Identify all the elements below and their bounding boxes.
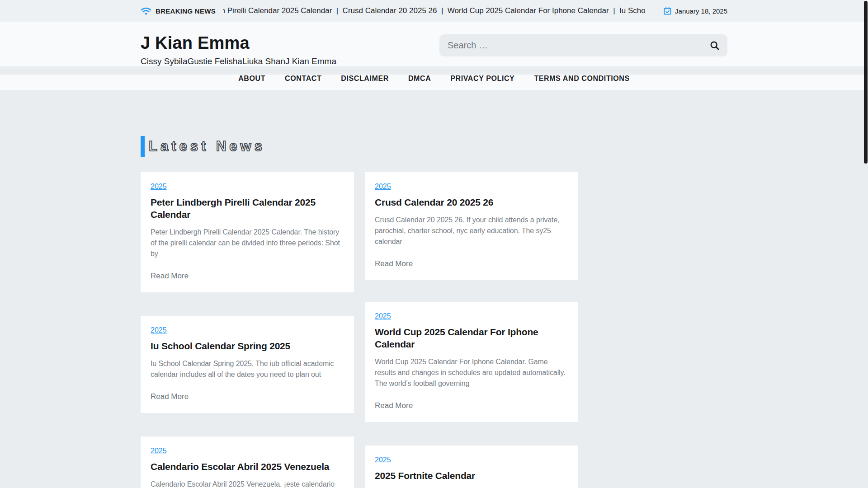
site-branding: J Kian Emma Cissy SybilaGustie FelishaLi… bbox=[141, 33, 336, 66]
main-content: Latest News 2025 Peter Lindbergh Pirelli… bbox=[0, 90, 868, 488]
post-category-link[interactable]: 2025 bbox=[151, 326, 167, 334]
post-category-link[interactable]: 2025 bbox=[151, 447, 167, 455]
site-header: J Kian Emma Cissy SybilaGustie FelishaLi… bbox=[0, 22, 868, 66]
post-title-link[interactable]: Calendario Escolar Abril 2025 Venezuela bbox=[151, 461, 344, 473]
news-ticker[interactable]: Peter Lindbergh Pirelli Calendar 2025 Ca… bbox=[223, 6, 645, 15]
ticker-text: Peter Lindbergh Pirelli Calendar 2025 Ca… bbox=[223, 6, 645, 15]
search-button[interactable] bbox=[706, 34, 724, 56]
post-card: 2025 Crusd Calendar 20 2025 26 Crusd Cal… bbox=[365, 172, 578, 280]
post-grid: 2025 Peter Lindbergh Pirelli Calendar 20… bbox=[141, 172, 727, 488]
post-excerpt: Calendario Escolar Abril 2025 Venezuela.… bbox=[151, 479, 344, 488]
nav-item-contact[interactable]: CONTACT bbox=[285, 75, 321, 83]
post-card: 2025 World Cup 2025 Calendar For Iphone … bbox=[365, 302, 578, 422]
calendar-check-icon bbox=[663, 7, 672, 15]
latest-news-heading: Latest News bbox=[141, 136, 727, 157]
post-title-link[interactable]: World Cup 2025 Calendar For Iphone Calen… bbox=[375, 326, 568, 351]
post-title-link[interactable]: 2025 Fortnite Calendar bbox=[375, 470, 568, 482]
post-title-link[interactable]: Crusd Calendar 20 2025 26 bbox=[375, 197, 568, 209]
nav-item-terms-and-conditions[interactable]: TERMS AND CONDITIONS bbox=[534, 75, 629, 83]
post-excerpt: World Cup 2025 Calendar For Iphone Calen… bbox=[375, 357, 568, 389]
post-excerpt: Crusd Calendar 20 2025 26. If your child… bbox=[375, 215, 568, 247]
accent-bar bbox=[141, 136, 145, 157]
post-category-link[interactable]: 2025 bbox=[151, 183, 167, 190]
scrollbar[interactable] bbox=[864, 1, 868, 164]
post-card: 2025 Calendario Escolar Abril 2025 Venez… bbox=[141, 436, 354, 488]
site-title[interactable]: J Kian Emma bbox=[141, 33, 336, 53]
breaking-news-label: BREAKING NEWS bbox=[156, 7, 216, 15]
post-category-link[interactable]: 2025 bbox=[375, 312, 391, 320]
post-excerpt: Peter Lindbergh Pirelli Calendar 2025 Ca… bbox=[151, 227, 344, 259]
read-more-link[interactable]: Read More bbox=[151, 272, 189, 281]
post-card: 2025 2025 Fortnite Calendar 2025 Fortnit… bbox=[365, 446, 578, 488]
post-column-right: 2025 Crusd Calendar 20 2025 26 Crusd Cal… bbox=[365, 172, 578, 488]
post-category-link[interactable]: 2025 bbox=[375, 183, 391, 190]
nav-item-dmca[interactable]: DMCA bbox=[408, 75, 431, 83]
date-display: January 18, 2025 bbox=[663, 7, 727, 15]
read-more-link[interactable]: Read More bbox=[375, 401, 413, 410]
post-card: 2025 Iu School Calendar Spring 2025 Iu S… bbox=[141, 316, 354, 413]
post-category-link[interactable]: 2025 bbox=[375, 456, 391, 464]
search-icon bbox=[710, 41, 720, 51]
nav-item-privacy-policy[interactable]: PRIVACY POLICY bbox=[450, 75, 514, 83]
current-date: January 18, 2025 bbox=[675, 7, 727, 15]
post-title-link[interactable]: Iu School Calendar Spring 2025 bbox=[151, 340, 344, 352]
section-title: Latest News bbox=[145, 136, 265, 157]
post-card: 2025 Peter Lindbergh Pirelli Calendar 20… bbox=[141, 172, 354, 292]
post-column-left: 2025 Peter Lindbergh Pirelli Calendar 20… bbox=[141, 172, 354, 488]
search-form bbox=[439, 34, 727, 56]
post-title-link[interactable]: Peter Lindbergh Pirelli Calendar 2025 Ca… bbox=[151, 197, 344, 221]
breaking-news-bar: BREAKING NEWS Peter Lindbergh Pirelli Ca… bbox=[0, 0, 868, 22]
post-excerpt: Iu School Calendar Spring 2025. The iub … bbox=[151, 358, 344, 380]
main-nav: ABOUT CONTACT DISCLAIMER DMCA PRIVACY PO… bbox=[0, 75, 868, 90]
nav-item-about[interactable]: ABOUT bbox=[238, 75, 265, 83]
read-more-link[interactable]: Read More bbox=[375, 259, 413, 268]
site-tagline: Cissy SybilaGustie FelishaLiuka ShanJ Ki… bbox=[141, 56, 336, 66]
nav-item-disclaimer[interactable]: DISCLAIMER bbox=[341, 75, 389, 83]
search-input[interactable] bbox=[439, 34, 727, 56]
read-more-link[interactable]: Read More bbox=[151, 392, 189, 401]
wifi-icon bbox=[141, 7, 151, 15]
